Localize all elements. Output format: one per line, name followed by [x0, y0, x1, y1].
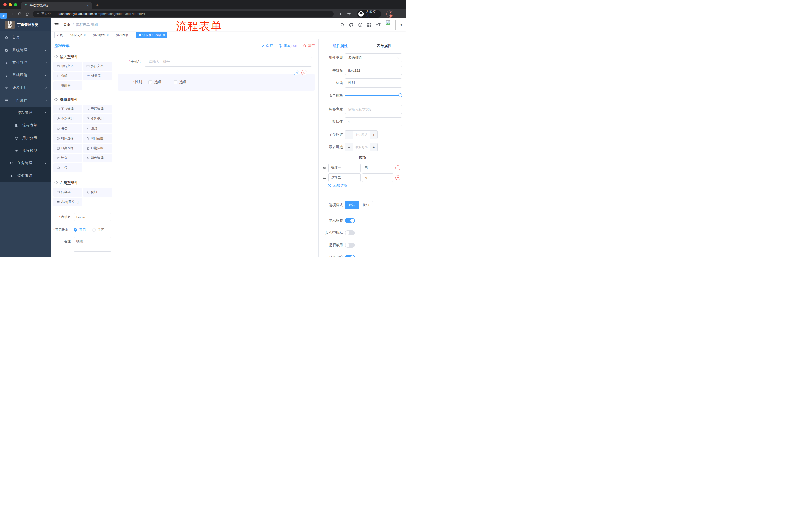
component-switch[interactable]: 开关 — [53, 124, 82, 133]
forward-icon[interactable] — [10, 12, 14, 16]
tab-close-icon[interactable]: × — [87, 3, 89, 7]
sidebar-item-workflow[interactable]: 工作流程 — [0, 94, 51, 107]
component-time-range[interactable]: 时间范围 — [83, 134, 112, 143]
component-cascader[interactable]: 级联选择 — [83, 105, 112, 113]
slider-handle[interactable] — [399, 93, 403, 97]
tag-process-model[interactable]: 流程模型× — [91, 32, 111, 38]
border-toggle[interactable] — [345, 231, 355, 235]
clear-button[interactable]: 清空 — [303, 44, 315, 48]
component-rate[interactable]: 评分 — [53, 154, 82, 162]
remove-option-button[interactable]: − — [396, 165, 401, 170]
sidebar-item-process-mgmt[interactable]: 流程管理 — [0, 107, 51, 119]
avatar-caret-icon[interactable]: ▼ — [400, 23, 403, 27]
sidebar-item-user-group[interactable]: 用户分组 — [0, 132, 51, 144]
fullscreen-icon[interactable] — [367, 23, 371, 27]
component-select[interactable]: 下拉选择 — [53, 105, 82, 113]
drag-handle-icon[interactable] — [322, 166, 326, 170]
sidebar-item-system[interactable]: 系统管理 — [0, 44, 51, 56]
component-type-select[interactable] — [345, 53, 402, 62]
component-row-container[interactable]: 行容器 — [53, 188, 82, 197]
status-off-radio[interactable] — [92, 228, 96, 232]
browser-menu-icon[interactable]: ⋮ — [398, 12, 401, 16]
checkbox-icon[interactable] — [174, 80, 177, 84]
required-toggle[interactable] — [345, 255, 355, 257]
sidebar-item-payment[interactable]: ¥ 支付管理 — [0, 56, 51, 69]
minimize-window-button[interactable] — [8, 3, 12, 6]
github-icon[interactable] — [349, 22, 354, 27]
form-remark-textarea[interactable]: 嘿嘿 — [74, 237, 111, 252]
status-on-radio[interactable] — [74, 228, 77, 232]
phone-field-row[interactable]: *手机号 — [115, 57, 318, 66]
option1-label-input[interactable] — [328, 164, 360, 172]
option2-value-input[interactable] — [362, 173, 394, 182]
increase-button[interactable]: + — [370, 131, 377, 139]
form-name-input[interactable] — [74, 213, 111, 221]
component-password[interactable]: 密码 — [53, 72, 82, 80]
option1-value-input[interactable] — [362, 164, 394, 172]
password-key-icon[interactable] — [339, 12, 343, 16]
url-field[interactable]: 不安全 dashboard.yudao.iocoder.cn/bpm/manag… — [33, 10, 334, 17]
zoom-window-button[interactable] — [14, 3, 17, 6]
tag-close-icon[interactable]: × — [107, 33, 109, 37]
style-default-button[interactable]: 默认 — [345, 201, 359, 209]
checkbox-icon[interactable] — [148, 80, 152, 84]
remove-option-button[interactable]: − — [396, 175, 401, 180]
tab-component-props[interactable]: 组件属性 — [319, 39, 362, 52]
home-icon[interactable] — [25, 12, 29, 16]
style-button-button[interactable]: 按钮 — [359, 201, 373, 209]
gender-option1[interactable]: 选项一 — [148, 80, 165, 84]
increase-button[interactable]: + — [370, 143, 377, 151]
add-option-button[interactable]: 添加选项 — [327, 183, 406, 188]
sidebar-item-process-form[interactable]: 流程表单 — [0, 119, 51, 132]
delete-component-button[interactable] — [301, 70, 307, 76]
phone-input[interactable] — [145, 57, 312, 66]
sidebar-item-leave-query[interactable]: 请假查询 — [0, 169, 51, 182]
tag-home[interactable]: 首页 — [54, 32, 65, 38]
sidebar-item-process-model[interactable]: 流程模型 — [0, 144, 51, 157]
view-json-button[interactable]: 查看json — [279, 44, 297, 48]
link-tab[interactable] — [0, 12, 7, 19]
component-table[interactable]: 表格[开发中] — [53, 198, 82, 207]
tag-process-form-edit[interactable]: 流程表单-编辑× — [137, 32, 167, 38]
default-value-input[interactable] — [345, 117, 402, 127]
component-counter[interactable]: 123 计数器 — [83, 72, 112, 80]
component-time-picker[interactable]: 时间选择 — [53, 134, 82, 143]
sidebar-collapse-icon[interactable] — [54, 22, 59, 27]
component-editor[interactable]: 编辑器 — [53, 81, 82, 90]
tag-close-icon[interactable]: × — [163, 33, 165, 37]
save-button[interactable]: 保存 — [261, 44, 273, 48]
component-textarea[interactable]: 多行文本 — [83, 62, 112, 71]
min-select-value[interactable]: 至少应选 — [353, 131, 370, 139]
decrease-button[interactable]: − — [345, 143, 353, 151]
help-icon[interactable] — [358, 23, 362, 27]
copy-component-button[interactable] — [294, 70, 299, 76]
new-tab-icon[interactable]: + — [96, 2, 99, 8]
tag-process-form[interactable]: 流程表单× — [114, 32, 134, 38]
component-date-range[interactable]: 日期范围 — [83, 144, 112, 153]
component-slider[interactable]: 滑块 — [83, 124, 112, 133]
avatar[interactable] — [385, 20, 396, 30]
search-icon[interactable] — [340, 23, 345, 27]
component-upload[interactable]: 上传 — [53, 163, 82, 172]
component-color-picker[interactable]: 颜色选择 — [83, 154, 112, 162]
component-text-input[interactable]: 单行文本 — [53, 62, 82, 71]
component-date-picker[interactable]: 日期选择 — [53, 144, 82, 153]
tag-close-icon[interactable]: × — [129, 33, 132, 37]
gender-field-selected[interactable]: *性别 选项一 选项二 — [118, 74, 315, 91]
font-size-icon[interactable] — [376, 23, 381, 27]
grid-slider[interactable] — [345, 91, 402, 100]
bookmark-star-icon[interactable] — [347, 12, 351, 16]
drag-handle-icon[interactable] — [322, 175, 326, 180]
max-select-value[interactable]: 最多可选 — [353, 143, 370, 151]
disabled-toggle[interactable] — [345, 243, 355, 248]
show-label-toggle[interactable] — [345, 218, 355, 223]
reload-icon[interactable] — [18, 12, 22, 16]
component-radio-group[interactable]: 单选框组 — [53, 114, 82, 123]
sidebar-item-task-mgmt[interactable]: 任务管理 — [0, 157, 51, 169]
sidebar-item-devtools[interactable]: 研发工具 — [0, 81, 51, 94]
option2-label-input[interactable] — [328, 173, 360, 182]
gender-option2[interactable]: 选项二 — [174, 80, 190, 84]
tab-form-props[interactable]: 表单属性 — [362, 39, 406, 52]
title-input[interactable] — [345, 78, 402, 87]
browser-tab[interactable]: 芋道管理系统 × — [21, 1, 92, 9]
